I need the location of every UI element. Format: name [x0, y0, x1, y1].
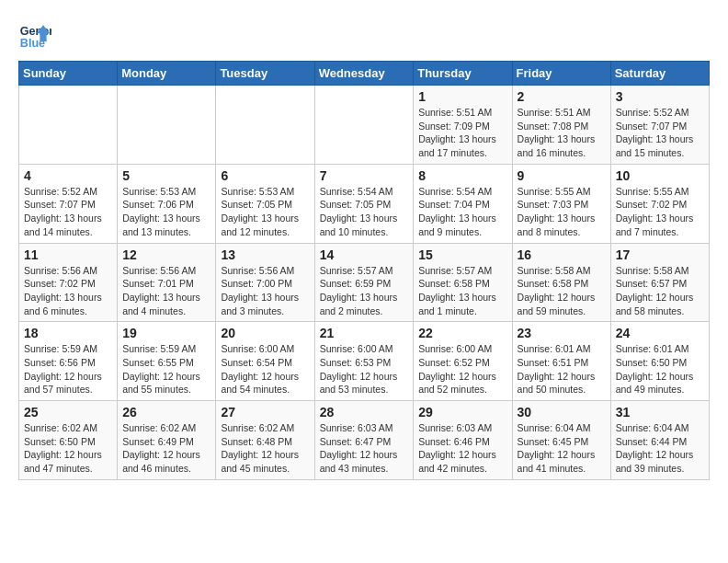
day-detail: Sunrise: 5:57 AM Sunset: 6:59 PM Dayligh…	[320, 264, 409, 318]
calendar-cell: 28Sunrise: 6:03 AM Sunset: 6:47 PM Dayli…	[314, 401, 414, 480]
day-number: 23	[518, 326, 606, 340]
day-number: 17	[616, 247, 704, 262]
calendar-cell: 22Sunrise: 6:00 AM Sunset: 6:52 PM Dayli…	[414, 322, 512, 401]
calendar-cell: 10Sunrise: 5:55 AM Sunset: 7:02 PM Dayli…	[610, 164, 709, 243]
calendar-cell: 21Sunrise: 6:00 AM Sunset: 6:53 PM Dayli…	[314, 322, 414, 401]
day-of-week-header: Tuesday	[216, 62, 314, 86]
calendar-week-row: 25Sunrise: 6:02 AM Sunset: 6:50 PM Dayli…	[19, 401, 710, 480]
day-number: 11	[24, 247, 112, 262]
calendar-cell: 20Sunrise: 6:00 AM Sunset: 6:54 PM Dayli…	[216, 322, 314, 401]
calendar-cell: 31Sunrise: 6:04 AM Sunset: 6:44 PM Dayli…	[610, 401, 709, 480]
logo: General Blue	[18, 18, 55, 52]
calendar-cell: 30Sunrise: 6:04 AM Sunset: 6:45 PM Dayli…	[512, 401, 610, 480]
calendar-cell: 5Sunrise: 5:53 AM Sunset: 7:06 PM Daylig…	[118, 164, 216, 243]
day-number: 19	[122, 326, 210, 340]
day-detail: Sunrise: 5:59 AM Sunset: 6:56 PM Dayligh…	[24, 342, 112, 396]
calendar-cell: 13Sunrise: 5:56 AM Sunset: 7:00 PM Dayli…	[216, 243, 314, 322]
calendar-cell: 8Sunrise: 5:54 AM Sunset: 7:04 PM Daylig…	[414, 164, 512, 243]
day-number: 9	[518, 168, 606, 183]
day-detail: Sunrise: 6:00 AM Sunset: 6:52 PM Dayligh…	[418, 342, 506, 396]
day-number: 12	[122, 247, 210, 262]
day-number: 10	[616, 168, 704, 183]
logo-icon: General Blue	[18, 18, 51, 52]
page-header: General Blue	[18, 18, 710, 52]
day-number: 24	[616, 326, 704, 340]
day-detail: Sunrise: 5:52 AM Sunset: 7:07 PM Dayligh…	[24, 185, 112, 239]
calendar-cell: 23Sunrise: 6:01 AM Sunset: 6:51 PM Dayli…	[512, 322, 610, 401]
day-number: 6	[221, 168, 309, 183]
calendar-week-row: 4Sunrise: 5:52 AM Sunset: 7:07 PM Daylig…	[19, 164, 710, 243]
day-number: 4	[24, 168, 112, 183]
calendar-cell: 25Sunrise: 6:02 AM Sunset: 6:50 PM Dayli…	[19, 401, 118, 480]
day-number: 22	[418, 326, 506, 340]
day-number: 20	[221, 326, 309, 340]
day-detail: Sunrise: 5:56 AM Sunset: 7:02 PM Dayligh…	[24, 264, 112, 318]
calendar-cell: 11Sunrise: 5:56 AM Sunset: 7:02 PM Dayli…	[19, 243, 118, 322]
calendar-cell: 16Sunrise: 5:58 AM Sunset: 6:58 PM Dayli…	[512, 243, 610, 322]
day-of-week-header: Thursday	[414, 62, 512, 86]
calendar-week-row: 11Sunrise: 5:56 AM Sunset: 7:02 PM Dayli…	[19, 243, 710, 322]
day-detail: Sunrise: 5:56 AM Sunset: 7:00 PM Dayligh…	[221, 264, 309, 318]
day-detail: Sunrise: 5:56 AM Sunset: 7:01 PM Dayligh…	[122, 264, 210, 318]
day-detail: Sunrise: 6:02 AM Sunset: 6:48 PM Dayligh…	[221, 421, 309, 476]
day-number: 5	[122, 168, 210, 183]
calendar-table: SundayMondayTuesdayWednesdayThursdayFrid…	[18, 61, 710, 480]
day-number: 16	[518, 247, 606, 262]
day-of-week-header: Wednesday	[314, 62, 414, 86]
day-number: 14	[320, 247, 409, 262]
day-number: 7	[320, 168, 409, 183]
calendar-week-row: 1Sunrise: 5:51 AM Sunset: 7:09 PM Daylig…	[19, 86, 710, 165]
day-detail: Sunrise: 5:57 AM Sunset: 6:58 PM Dayligh…	[418, 264, 506, 318]
day-detail: Sunrise: 5:55 AM Sunset: 7:03 PM Dayligh…	[518, 185, 606, 239]
calendar-cell: 26Sunrise: 6:02 AM Sunset: 6:49 PM Dayli…	[118, 401, 216, 480]
day-number: 29	[418, 405, 506, 419]
day-detail: Sunrise: 5:58 AM Sunset: 6:57 PM Dayligh…	[616, 264, 704, 318]
day-detail: Sunrise: 6:03 AM Sunset: 6:47 PM Dayligh…	[320, 421, 409, 476]
day-number: 13	[221, 247, 309, 262]
day-number: 8	[418, 168, 506, 183]
calendar-cell: 15Sunrise: 5:57 AM Sunset: 6:58 PM Dayli…	[414, 243, 512, 322]
day-detail: Sunrise: 6:02 AM Sunset: 6:49 PM Dayligh…	[122, 421, 210, 476]
day-detail: Sunrise: 6:04 AM Sunset: 6:44 PM Dayligh…	[616, 421, 704, 476]
calendar-cell: 29Sunrise: 6:03 AM Sunset: 6:46 PM Dayli…	[414, 401, 512, 480]
day-of-week-header: Monday	[118, 62, 216, 86]
calendar-cell: 24Sunrise: 6:01 AM Sunset: 6:50 PM Dayli…	[610, 322, 709, 401]
calendar-cell: 17Sunrise: 5:58 AM Sunset: 6:57 PM Dayli…	[610, 243, 709, 322]
calendar-cell: 6Sunrise: 5:53 AM Sunset: 7:05 PM Daylig…	[216, 164, 314, 243]
calendar-cell	[314, 86, 414, 165]
day-number: 25	[24, 405, 112, 419]
calendar-cell: 9Sunrise: 5:55 AM Sunset: 7:03 PM Daylig…	[512, 164, 610, 243]
day-detail: Sunrise: 5:54 AM Sunset: 7:05 PM Dayligh…	[320, 185, 409, 239]
calendar-cell: 4Sunrise: 5:52 AM Sunset: 7:07 PM Daylig…	[19, 164, 118, 243]
calendar-cell: 3Sunrise: 5:52 AM Sunset: 7:07 PM Daylig…	[610, 86, 709, 165]
day-of-week-header: Saturday	[610, 62, 709, 86]
day-detail: Sunrise: 5:51 AM Sunset: 7:08 PM Dayligh…	[518, 106, 606, 160]
day-number: 15	[418, 247, 506, 262]
day-detail: Sunrise: 5:53 AM Sunset: 7:06 PM Dayligh…	[122, 185, 210, 239]
day-detail: Sunrise: 6:01 AM Sunset: 6:50 PM Dayligh…	[616, 342, 704, 396]
day-detail: Sunrise: 5:59 AM Sunset: 6:55 PM Dayligh…	[122, 342, 210, 396]
calendar-week-row: 18Sunrise: 5:59 AM Sunset: 6:56 PM Dayli…	[19, 322, 710, 401]
day-number: 18	[24, 326, 112, 340]
day-detail: Sunrise: 5:53 AM Sunset: 7:05 PM Dayligh…	[221, 185, 309, 239]
day-number: 30	[518, 405, 606, 419]
day-detail: Sunrise: 6:00 AM Sunset: 6:54 PM Dayligh…	[221, 342, 309, 396]
day-detail: Sunrise: 5:58 AM Sunset: 6:58 PM Dayligh…	[518, 264, 606, 318]
day-of-week-header: Sunday	[19, 62, 118, 86]
day-detail: Sunrise: 6:01 AM Sunset: 6:51 PM Dayligh…	[518, 342, 606, 396]
calendar-header-row: SundayMondayTuesdayWednesdayThursdayFrid…	[19, 62, 710, 86]
calendar-cell	[19, 86, 118, 165]
calendar-cell	[118, 86, 216, 165]
calendar-cell	[216, 86, 314, 165]
calendar-cell: 12Sunrise: 5:56 AM Sunset: 7:01 PM Dayli…	[118, 243, 216, 322]
day-number: 21	[320, 326, 409, 340]
day-of-week-header: Friday	[512, 62, 610, 86]
calendar-cell: 14Sunrise: 5:57 AM Sunset: 6:59 PM Dayli…	[314, 243, 414, 322]
day-number: 31	[616, 405, 704, 419]
calendar-cell: 7Sunrise: 5:54 AM Sunset: 7:05 PM Daylig…	[314, 164, 414, 243]
day-number: 2	[518, 89, 606, 104]
calendar-cell: 27Sunrise: 6:02 AM Sunset: 6:48 PM Dayli…	[216, 401, 314, 480]
calendar-cell: 19Sunrise: 5:59 AM Sunset: 6:55 PM Dayli…	[118, 322, 216, 401]
day-number: 26	[122, 405, 210, 419]
calendar-cell: 2Sunrise: 5:51 AM Sunset: 7:08 PM Daylig…	[512, 86, 610, 165]
